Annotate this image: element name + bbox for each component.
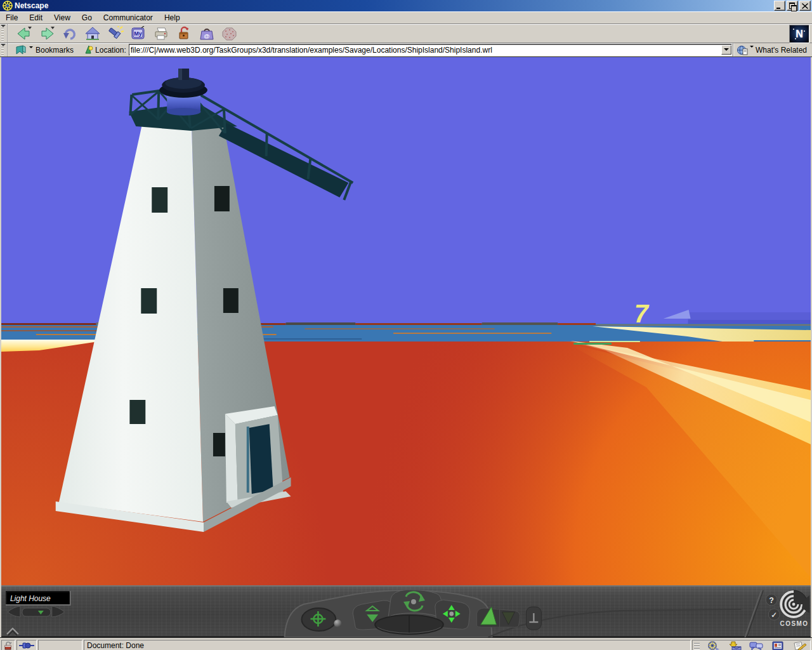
location-bar: Bookmarks Location: What's Related xyxy=(0,43,812,57)
close-icon xyxy=(802,3,808,9)
console-trackpad[interactable] xyxy=(375,615,443,634)
unlocked-padlock-icon xyxy=(4,641,13,650)
print-icon xyxy=(153,26,169,41)
search-icon xyxy=(107,26,124,41)
minimize-button[interactable] xyxy=(774,1,785,11)
close-button[interactable] xyxy=(799,1,811,11)
cosmo-dashboard: Light House xyxy=(0,585,812,637)
location-field xyxy=(129,44,732,56)
console-ball xyxy=(334,620,341,627)
next-viewpoint-button[interactable] xyxy=(52,606,65,617)
menu-communicator[interactable]: Communicator xyxy=(98,12,159,23)
my-netscape-button[interactable]: My xyxy=(127,25,150,42)
vrml-viewport: 7 xyxy=(0,57,812,585)
dashboard-collapse-handle[interactable] xyxy=(7,628,18,635)
reload-icon xyxy=(62,26,78,41)
address-book-icon xyxy=(771,641,785,650)
menu-help[interactable]: Help xyxy=(159,12,186,23)
bookmark-icon xyxy=(15,45,27,55)
menu-view[interactable]: View xyxy=(48,12,76,23)
bookmarks-button[interactable]: Bookmarks xyxy=(13,44,77,55)
restore-button[interactable] xyxy=(787,1,798,11)
discussions-component-button[interactable] xyxy=(745,640,767,650)
netscape-window: Netscape File Edit View Go Communicator … xyxy=(0,0,812,650)
status-message: Document: Done xyxy=(84,640,691,650)
whats-related-button[interactable]: What's Related xyxy=(733,43,812,56)
whats-related-label: What's Related xyxy=(756,46,807,55)
viewpoint-list-button[interactable] xyxy=(22,608,51,616)
component-bar-grip[interactable] xyxy=(694,642,700,649)
title-bar: Netscape xyxy=(0,0,812,11)
search-button[interactable] xyxy=(104,25,127,42)
confirm-glyph: ✓ xyxy=(771,611,777,620)
rotate-button[interactable] xyxy=(388,590,442,617)
url-input[interactable] xyxy=(129,45,721,55)
prev-viewpoint-button[interactable] xyxy=(8,606,20,617)
viewpoint-name: Light House xyxy=(10,594,51,603)
bookmarks-dropdown-icon xyxy=(29,46,33,50)
window-title: Netscape xyxy=(15,0,773,11)
back-button[interactable] xyxy=(13,25,36,42)
restore-icon xyxy=(789,3,795,9)
door xyxy=(249,424,273,494)
composer-component-button[interactable] xyxy=(789,640,810,650)
inbox-component-button[interactable] xyxy=(724,640,745,650)
security-icon xyxy=(176,26,192,41)
viewpoint-display: Light House xyxy=(6,591,71,606)
forward-button[interactable] xyxy=(36,25,58,42)
reload-button[interactable] xyxy=(58,25,81,42)
menu-go[interactable]: Go xyxy=(76,12,98,23)
menu-file[interactable]: File xyxy=(0,12,23,23)
dashboard-divider xyxy=(745,590,761,637)
toolbar-grip[interactable] xyxy=(0,24,8,43)
home-icon xyxy=(84,26,101,41)
stop-button[interactable] xyxy=(218,25,241,42)
location-label: Location: xyxy=(95,46,126,55)
my-netscape-text: My xyxy=(134,30,142,37)
print-button[interactable] xyxy=(150,25,173,42)
navigation-toolbar: My @ xyxy=(0,24,812,43)
3d-scene[interactable]: 7 xyxy=(1,57,811,585)
address-book-component-button[interactable] xyxy=(767,640,789,650)
forward-icon xyxy=(39,26,55,41)
home-button[interactable] xyxy=(81,25,104,42)
location-proxy-icon[interactable] xyxy=(84,45,94,55)
shop-button[interactable]: @ xyxy=(195,25,218,42)
help-glyph: ? xyxy=(769,596,774,605)
menu-bar: File Edit View Go Communicator Help xyxy=(0,11,812,24)
inbox-icon xyxy=(728,641,742,650)
shop-at-text: @ xyxy=(204,32,210,39)
seek-button[interactable] xyxy=(302,608,336,631)
location-bar-grip[interactable] xyxy=(0,43,8,56)
whats-related-dropdown-icon xyxy=(750,46,754,50)
incline-down-button[interactable] xyxy=(500,609,520,627)
navigator-icon xyxy=(706,641,720,650)
help-button[interactable]: ? xyxy=(766,594,777,606)
straighten-button[interactable] xyxy=(526,607,541,630)
netscape-throbber[interactable]: N xyxy=(789,25,809,43)
discussions-icon xyxy=(749,641,763,650)
status-bar: Document: Done xyxy=(0,639,812,650)
netscape-app-icon xyxy=(3,1,13,11)
online-status[interactable] xyxy=(16,640,37,650)
url-dropdown-icon xyxy=(724,48,729,53)
url-dropdown-button[interactable] xyxy=(721,45,731,55)
channel-marker-7: 7 xyxy=(634,300,650,328)
throbber-n: N xyxy=(796,29,803,40)
bookmarks-label: Bookmarks xyxy=(36,46,74,55)
component-bar xyxy=(692,640,811,650)
minimize-icon xyxy=(776,8,780,9)
menu-edit[interactable]: Edit xyxy=(23,12,48,23)
my-netscape-icon: My xyxy=(130,26,147,41)
stop-icon xyxy=(221,26,238,41)
incline-up-button[interactable] xyxy=(477,607,500,627)
navigator-component-button[interactable] xyxy=(702,640,724,650)
security-button[interactable] xyxy=(173,25,195,42)
plug-icon xyxy=(19,642,34,649)
back-icon xyxy=(16,26,32,41)
confirm-button[interactable]: ✓ xyxy=(768,609,780,620)
cosmo-logo-text: COSMO xyxy=(780,620,809,627)
progress-bar xyxy=(38,640,82,650)
cosmo-logo: COSMO xyxy=(780,590,809,627)
security-status[interactable] xyxy=(1,640,15,650)
